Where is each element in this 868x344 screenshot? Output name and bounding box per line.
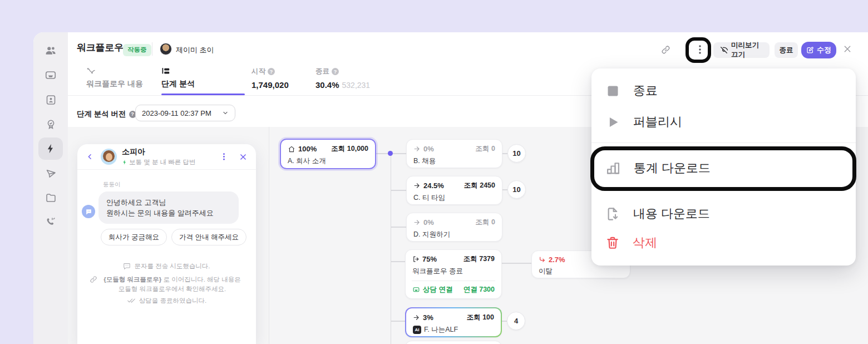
send-icon — [45, 168, 57, 179]
chat-bot-avatar — [101, 149, 117, 165]
sidebar-item-contacts[interactable] — [38, 89, 63, 111]
connector-line — [391, 227, 406, 228]
node-name: F. 나는ALF — [424, 325, 458, 335]
menu-item-stats-download[interactable]: 통계 다운로드 — [605, 155, 842, 181]
stat-end: 종료? 30.4%532,231 — [315, 67, 370, 90]
stop-button[interactable]: 종료 — [775, 42, 798, 58]
home-icon — [288, 145, 295, 153]
sidebar-item-calls[interactable] — [38, 211, 63, 233]
menu-item-content-download[interactable]: 내용 다운로드 — [605, 200, 842, 227]
chat-message-line2: 원하시는 문의 내용을 알려주세요 — [106, 208, 231, 218]
help-icon[interactable]: ? — [268, 68, 275, 75]
tab-workflow-content[interactable]: 워크플로우 내용 — [86, 67, 143, 89]
node-views: 조회 7379 — [463, 254, 495, 264]
node-percent: 24.5% — [423, 181, 444, 190]
end-percent: 30.4% — [315, 80, 339, 90]
node-views: 조회 10,000 — [331, 144, 368, 154]
menu-item-label: 퍼블리시 — [633, 114, 682, 130]
chat-connect-icon — [412, 286, 420, 293]
connector-line — [391, 261, 405, 262]
node-percent: 0% — [423, 145, 434, 153]
system-message-link: {모듈형 워크플로우} 로 이어집니다. 해당 내용은 모듈형 워크플로우에서 … — [77, 275, 256, 294]
node-b-count-badge[interactable]: 10 — [507, 144, 526, 163]
end-label: 종료 — [315, 67, 329, 76]
chat-close-icon[interactable] — [239, 153, 247, 161]
lightning-small-icon — [122, 159, 127, 165]
flow-node-b[interactable]: 0% 조회 0 B. 채용 — [406, 139, 502, 168]
system-link-bold: {모듈형 워크플로우} — [103, 276, 161, 283]
quick-reply-pricing[interactable]: 가격 안내 해주세요 — [171, 229, 246, 245]
sidebar — [33, 32, 68, 344]
node-name: D. 지원하기 — [413, 230, 495, 239]
flow-node-workflow-end[interactable]: 75% 조회 7379 워크플로우 종료 상담 연결 연결 7300 — [405, 249, 502, 299]
flow-node-a[interactable]: 100% 조회 10,000 A. 회사 소개 — [280, 139, 376, 169]
node-name: B. 채용 — [413, 156, 495, 166]
return-arrow-icon — [539, 256, 546, 263]
sidebar-item-customers[interactable] — [38, 40, 63, 62]
sidebar-item-inbox[interactable] — [38, 64, 63, 86]
kebab-menu-button[interactable] — [696, 45, 704, 55]
version-select[interactable]: 2023-09-11 02:37 PM — [135, 105, 235, 121]
tab-step-analysis[interactable]: 단계 분석 — [161, 67, 195, 89]
quick-reply-company[interactable]: 회사가 궁금해요 — [101, 229, 167, 245]
tab-workflow-content-label: 워크플로우 내용 — [86, 79, 143, 89]
node-name: A. 회사 소개 — [288, 156, 368, 166]
sidebar-item-workflow[interactable] — [38, 137, 63, 160]
arrow-right-icon — [413, 145, 421, 153]
link-icon[interactable] — [661, 45, 670, 55]
stop-icon — [605, 83, 620, 99]
menu-item-label: 삭제 — [633, 234, 657, 251]
node-sub-label: 상담 연결 — [423, 285, 452, 294]
flow-node-c[interactable]: 24.5% 조회 2450 C. 티 타임 — [406, 176, 502, 205]
preview-toggle-button[interactable]: 미리보기 끄기 — [713, 42, 770, 58]
flow-node-f[interactable]: 3% 조회 100 AI F. 나는ALF — [405, 307, 502, 337]
delete-icon — [605, 235, 620, 250]
ai-badge: AI — [413, 326, 421, 334]
menu-item-publish[interactable]: 퍼블리시 — [605, 109, 842, 135]
menu-item-label: 종료 — [633, 82, 658, 99]
node-c-count-badge[interactable]: 10 — [507, 180, 526, 199]
chat-inbox-icon — [45, 69, 57, 81]
arrow-right-icon — [413, 314, 420, 321]
edit-button-label: 수정 — [817, 45, 831, 55]
owner-avatar — [160, 43, 172, 55]
sidebar-item-rewards[interactable] — [38, 113, 63, 135]
node-percent: 75% — [422, 255, 437, 263]
help-icon[interactable]: ? — [332, 68, 339, 75]
flow-node-d[interactable]: 0% 조회 0 D. 지원하기 — [406, 213, 502, 242]
eye-off-icon — [719, 46, 728, 55]
speech-bubble-icon — [123, 262, 131, 270]
menu-item-delete[interactable]: 삭제 — [605, 229, 842, 256]
menu-item-label: 통계 다운로드 — [634, 160, 711, 176]
double-check-icon — [127, 297, 136, 304]
stop-button-label: 종료 — [780, 46, 793, 55]
owner-name: 제이미 초이 — [176, 45, 214, 55]
chat-message-bubble: 안녕하세요 고객님 원하시는 문의 내용을 알려주세요 — [98, 191, 239, 224]
flow-node-partial[interactable] — [405, 341, 502, 344]
sidebar-item-files[interactable] — [38, 186, 63, 209]
connector-line — [502, 189, 507, 190]
node-views: 조회 0 — [476, 218, 495, 227]
sidebar-item-campaigns[interactable] — [38, 162, 63, 184]
preview-toggle-label: 미리보기 끄기 — [731, 41, 763, 60]
folder-icon — [45, 192, 57, 204]
edit-button[interactable]: 수정 — [801, 42, 836, 58]
context-menu: 종료 퍼블리시 통계 다운로드 내용 다운로드 삭제 — [591, 68, 856, 266]
stat-start: 시작? 1,749,020 — [251, 67, 289, 90]
node-views: 조회 2450 — [464, 181, 495, 190]
lightning-icon — [45, 143, 56, 154]
chat-kebab-icon[interactable] — [220, 153, 228, 161]
node-f-count-badge[interactable]: 4 — [507, 312, 525, 330]
connector-line — [391, 190, 406, 191]
users-icon — [45, 45, 57, 57]
divider — [412, 281, 495, 281]
chat-preview-panel: 소피아 보통 몇 분 내 빠른 답변 둥둥이 안녕하세요 고객님 원하시는 문의… — [77, 144, 256, 344]
workflow-content-icon — [86, 67, 143, 76]
stats-icon — [605, 160, 621, 176]
arrow-right-icon — [413, 219, 421, 226]
divider — [591, 142, 856, 143]
close-icon[interactable] — [843, 45, 852, 53]
menu-item-stop[interactable]: 종료 — [605, 77, 842, 104]
back-chevron-icon[interactable] — [86, 153, 93, 160]
version-select-value: 2023-09-11 02:37 PM — [142, 109, 211, 117]
